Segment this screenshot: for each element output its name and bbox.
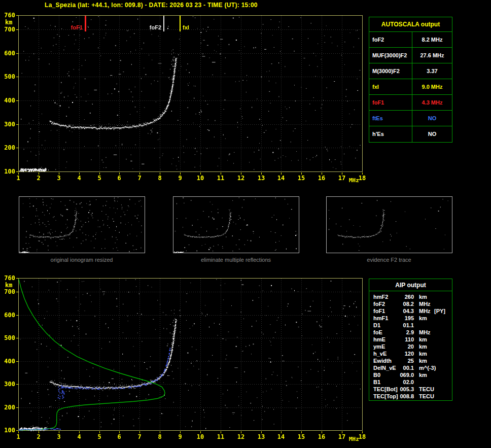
param-label: TEC[Bot] — [373, 386, 399, 393]
param-value: 4.3 MHz — [412, 95, 452, 110]
param-label: foE — [373, 329, 399, 336]
param-value: 20 — [399, 343, 414, 350]
table-row: B1 02.0 — [373, 378, 452, 386]
param-note — [436, 364, 452, 371]
param-unit — [414, 378, 434, 386]
ionogram-analysis-screen: La_Spezia (lat: +44.1, lon: 009.8) - DAT… — [0, 0, 491, 448]
param-note — [434, 350, 452, 357]
table-row: fxI 9.0 MHz — [369, 79, 452, 95]
param-unit: km — [414, 336, 434, 343]
param-label: h'Es — [369, 126, 412, 142]
param-value: 110 — [399, 336, 414, 343]
param-label: TEC[Top] — [373, 393, 399, 400]
param-value: 00.1 — [399, 364, 414, 371]
param-note — [434, 378, 452, 386]
param-value: 195 — [399, 315, 414, 322]
table-row: TEC[Top] 008.8 TECU — [373, 393, 452, 400]
aip-table-title: AIP output — [369, 279, 452, 291]
param-label: M(3000)F2 — [369, 63, 412, 79]
param-note — [434, 357, 452, 364]
param-label: hmF2 — [373, 293, 399, 300]
param-note — [434, 371, 452, 378]
param-label: MUF(3000)F2 — [369, 48, 412, 63]
param-value: 08.2 — [399, 300, 414, 307]
param-value: 02.0 — [399, 378, 414, 386]
param-value: 01.1 — [399, 322, 414, 329]
param-unit: km — [414, 371, 434, 378]
aip-rows: hmF2 260 km foF2 08.2 MHz foF1 04.3 MHz … — [369, 291, 452, 400]
table-row: B0 069.0 km — [373, 371, 452, 378]
table-row: MUF(3000)F2 27.6 MHz — [369, 48, 452, 63]
param-value: 8.2 MHz — [412, 32, 452, 47]
param-note — [434, 293, 452, 300]
param-label: B0 — [373, 371, 399, 378]
param-value: 008.8 — [399, 393, 414, 400]
param-note: [PY] — [434, 307, 452, 315]
param-note — [434, 343, 452, 350]
param-label: hmE — [373, 336, 399, 343]
thumbnail-f2-trace — [325, 195, 453, 254]
param-label: foF1 — [373, 307, 399, 315]
thumbnail-original-ionogram — [18, 195, 146, 254]
param-value: 120 — [399, 350, 414, 357]
param-label: h_vE — [373, 350, 399, 357]
param-value: NO — [412, 126, 452, 142]
table-row: foF1 4.3 MHz — [369, 95, 452, 111]
param-label: ftEs — [369, 111, 412, 126]
param-unit: km — [414, 293, 434, 300]
param-unit: MHz — [414, 300, 434, 307]
param-value: NO — [412, 111, 452, 126]
param-label: Ewidth — [373, 357, 399, 364]
thumbnail-caption-f2trace: evidence F2 trace — [325, 257, 453, 263]
table-row: hmE 110 km — [373, 336, 452, 343]
table-row: ymE 20 km — [373, 343, 452, 350]
station-header: La_Spezia (lat: +44.1, lon: 009.8) - DAT… — [45, 2, 258, 9]
param-value: 260 — [399, 293, 414, 300]
param-label: fxI — [369, 79, 412, 94]
param-label: ymE — [373, 343, 399, 350]
table-row: hmF1 195 km — [373, 315, 452, 322]
table-row: foE 2.9 MHz — [373, 329, 452, 336]
param-label: D1 — [373, 322, 399, 329]
aip-output-table: AIP output hmF2 260 km foF2 08.2 MHz foF… — [369, 279, 452, 401]
param-unit: TECU — [414, 393, 434, 400]
param-value: 25 — [399, 357, 414, 364]
table-row: Ewidth 25 km — [373, 357, 452, 364]
table-row: foF1 04.3 MHz [PY] — [373, 307, 452, 315]
param-note — [434, 300, 452, 307]
param-value: 2.9 — [399, 329, 414, 336]
param-label: B1 — [373, 378, 399, 386]
param-value: 04.3 — [399, 307, 414, 315]
table-row: h_vE 120 km — [373, 350, 452, 357]
param-unit: m^(-3) — [414, 364, 436, 371]
table-row: foF2 8.2 MHz — [369, 32, 452, 48]
param-value: 9.0 MHz — [412, 79, 452, 94]
param-value: 005.3 — [399, 386, 414, 393]
table-row: ftEs NO — [369, 111, 452, 126]
param-note — [434, 386, 452, 393]
main-ionogram-plot — [0, 11, 368, 186]
param-unit: MHz — [414, 329, 434, 336]
profile-ionogram-plot — [0, 274, 368, 448]
table-row: TEC[Bot] 005.3 TECU — [373, 386, 452, 393]
autoscala-rows: foF2 8.2 MHz MUF(3000)F2 27.6 MHz M(3000… — [369, 32, 452, 142]
param-value: 27.6 MHz — [412, 48, 452, 63]
param-note — [434, 329, 452, 336]
autoscala-table-title: AUTOSCALA output — [369, 17, 452, 32]
param-note — [434, 393, 452, 400]
table-row: M(3000)F2 3.37 — [369, 63, 452, 79]
param-label: foF2 — [373, 300, 399, 307]
param-label: hmF1 — [373, 315, 399, 322]
param-unit: km — [414, 357, 434, 364]
param-label: foF2 — [369, 32, 412, 47]
param-note — [434, 315, 452, 322]
autoscala-output-table: AUTOSCALA output foF2 8.2 MHz MUF(3000)F… — [369, 17, 452, 143]
param-note — [434, 336, 452, 343]
param-value: 069.0 — [399, 371, 414, 378]
param-label: DelN_vE — [373, 364, 399, 371]
table-row: foF2 08.2 MHz — [373, 300, 452, 307]
param-value: 3.37 — [412, 63, 452, 79]
table-row: DelN_vE 00.1 m^(-3) — [373, 364, 452, 371]
thumbnail-caption-filtered: eliminate multiple reflections — [172, 257, 300, 263]
param-unit: TECU — [414, 386, 434, 393]
